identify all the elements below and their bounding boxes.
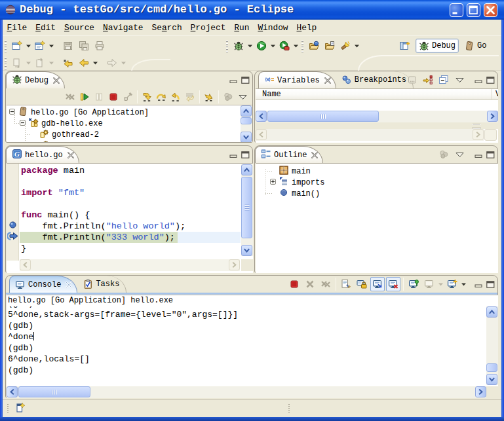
- outline-view-maximize-button[interactable]: [486, 151, 495, 158]
- column-header-value[interactable]: V: [495, 89, 498, 100]
- code-line-5[interactable]: func main() {: [20, 210, 241, 221]
- editor-vertical-scrollbar[interactable]: [241, 164, 253, 256]
- tab-outline[interactable]: Outline: [255, 146, 323, 163]
- code-line-3[interactable]: import "fmt": [20, 187, 241, 198]
- scroll-left-button[interactable]: [20, 259, 31, 270]
- scrollbar-thumb[interactable]: [486, 363, 497, 372]
- maximize-button[interactable]: [467, 3, 480, 17]
- scrollbar-thumb[interactable]: [241, 177, 252, 238]
- editor-ruler[interactable]: [7, 164, 19, 261]
- dropdown-arrow[interactable]: [292, 38, 300, 54]
- editor-horizontal-scrollbar[interactable]: [20, 259, 240, 271]
- minimize-button[interactable]: [450, 3, 463, 17]
- remove-launch-button[interactable]: [303, 277, 317, 291]
- toolbar-drag-handle[interactable]: [225, 40, 229, 53]
- view-menu-button[interactable]: [452, 147, 467, 162]
- code-line-8[interactable]: }: [20, 243, 241, 254]
- scrollbar-thumb[interactable]: [241, 117, 252, 124]
- debug-view-minimize-button[interactable]: [229, 77, 238, 84]
- new-wizard-button[interactable]: [9, 38, 25, 54]
- step-over-button[interactable]: [155, 90, 168, 104]
- scroll-lock-button[interactable]: [355, 277, 369, 291]
- new-project-button[interactable]: [32, 38, 48, 54]
- code-line-6[interactable]: fmt.Println("hello world");: [20, 221, 241, 232]
- disconnect-button[interactable]: [121, 90, 135, 104]
- open-perspective-button[interactable]: [397, 38, 413, 54]
- breakpoint-icon[interactable]: [9, 221, 16, 229]
- close-icon[interactable]: [52, 77, 60, 84]
- tree-item-main-[interactable]: main(): [270, 188, 320, 199]
- tree-item-hello-go-go-application-[interactable]: hello.go [Go Application]: [9, 107, 149, 118]
- tab-breakpoints[interactable]: Breakpoints: [336, 71, 414, 88]
- view-menu-button[interactable]: [452, 73, 467, 87]
- close-button[interactable]: [484, 3, 497, 17]
- tab-tasks[interactable]: Tasks: [77, 276, 126, 293]
- scroll-right-button[interactable]: [473, 129, 484, 140]
- save-all-button[interactable]: [76, 38, 92, 54]
- external-tools-button[interactable]: [277, 38, 292, 54]
- display-console-button[interactable]: [422, 277, 436, 291]
- dropdown-arrow[interactable]: [437, 276, 444, 292]
- link-with-editor-button[interactable]: [436, 147, 451, 162]
- show-logical-structure-button[interactable]: [421, 73, 435, 87]
- tab-console[interactable]: Console: [9, 276, 77, 293]
- close-icon[interactable]: [65, 281, 73, 289]
- variables-view-minimize-button[interactable]: [475, 77, 483, 84]
- scroll-left-button[interactable]: [256, 129, 267, 140]
- run-button[interactable]: [254, 38, 269, 54]
- tab-debug[interactable]: Debug: [6, 71, 65, 88]
- tab-hello-go[interactable]: G hello.go: [6, 146, 79, 163]
- scroll-up-button[interactable]: [241, 164, 252, 175]
- editor-minimize-button[interactable]: [229, 151, 238, 158]
- print-button[interactable]: [92, 38, 107, 54]
- menu-run[interactable]: Run: [230, 20, 254, 36]
- resume-button[interactable]: [78, 90, 92, 104]
- scroll-down-button[interactable]: [241, 132, 252, 142]
- variables-detail-sash[interactable]: [256, 122, 498, 129]
- detail-pane-vertical-scrollbar[interactable]: [484, 129, 497, 141]
- statusbar-handle[interactable]: [7, 404, 9, 413]
- column-header-name[interactable]: Name: [262, 89, 281, 100]
- console-view-minimize-button[interactable]: [475, 281, 483, 288]
- debug-view-maximize-button[interactable]: [241, 77, 250, 84]
- show-type-names-button[interactable]: [405, 73, 419, 87]
- dropdown-arrow[interactable]: [25, 38, 32, 54]
- show-stdout-button[interactable]: [370, 277, 385, 291]
- close-icon[interactable]: [311, 151, 319, 159]
- dropdown-arrow[interactable]: [353, 38, 360, 54]
- tree-item-clipped[interactable]: [30, 140, 52, 142]
- step-into-button[interactable]: [140, 90, 154, 104]
- detail-pane-horizontal-scrollbar[interactable]: [256, 129, 484, 141]
- open-resource-button[interactable]: [322, 38, 338, 54]
- expand-expander[interactable]: [270, 178, 276, 187]
- editor-maximize-button[interactable]: [241, 151, 250, 158]
- terminate-button[interactable]: [287, 277, 301, 291]
- dropdown-arrow[interactable]: [460, 276, 467, 292]
- dropdown-arrow[interactable]: [25, 55, 32, 71]
- menu-search[interactable]: Search: [147, 20, 186, 36]
- toolbar-drag-handle[interactable]: [301, 40, 304, 53]
- step-return-button[interactable]: [169, 90, 183, 104]
- last-edit-location-button[interactable]: [60, 55, 76, 71]
- toolbar-drag-handle[interactable]: [4, 40, 7, 53]
- collapse-all-button[interactable]: [436, 73, 451, 87]
- eclipse-logo-icon[interactable]: [5, 5, 16, 15]
- code-line-4[interactable]: [20, 198, 241, 210]
- console-horizontal-scrollbar[interactable]: [7, 386, 486, 398]
- outline-view-minimize-button[interactable]: [475, 151, 483, 158]
- search-button[interactable]: [338, 38, 353, 54]
- menu-edit[interactable]: Edit: [31, 20, 60, 36]
- close-icon[interactable]: [324, 77, 332, 84]
- terminate-button[interactable]: [107, 90, 121, 104]
- remove-all-terminated-button[interactable]: [64, 90, 77, 104]
- pin-console-button[interactable]: [406, 277, 421, 291]
- dropdown-arrow[interactable]: [92, 55, 99, 71]
- drop-to-frame-button[interactable]: [184, 90, 197, 104]
- debug-button[interactable]: [231, 38, 246, 54]
- perspective-debug-button[interactable]: Debug: [416, 39, 459, 53]
- console-output[interactable]: (gdb)5^done,stack-args=[frame={level="0"…: [7, 306, 486, 386]
- menu-file[interactable]: File: [3, 20, 31, 36]
- toolbar-drag-handle[interactable]: [4, 57, 7, 70]
- open-console-button[interactable]: [445, 277, 459, 291]
- menu-navigate[interactable]: Navigate: [99, 20, 147, 36]
